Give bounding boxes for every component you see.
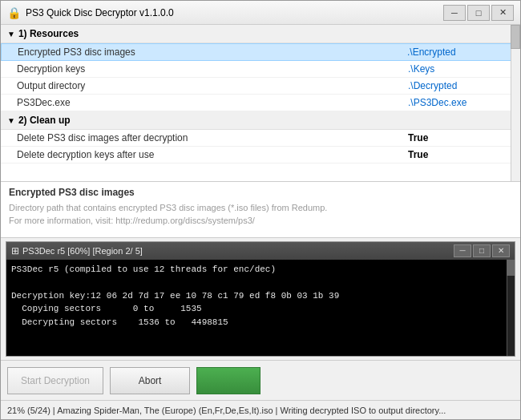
info-link: For more information, visit: http://redu… bbox=[9, 214, 512, 228]
title-bar-left: 🔒 PS3 Quick Disc Decryptor v1.1.0.0 bbox=[7, 6, 174, 19]
maximize-button[interactable]: □ bbox=[467, 5, 490, 21]
label-ps3dec: PS3Dec.exe bbox=[17, 97, 408, 108]
minimize-button[interactable]: ─ bbox=[443, 5, 466, 21]
label-delete-keys: Delete decryption keys after use bbox=[17, 149, 408, 160]
terminal-line-3: Decryption key:12 06 2d 7d 17 ee 10 78 c… bbox=[11, 289, 510, 303]
terminal-title: PS3Dec r5 [60%] [Region 2/ 5] bbox=[22, 246, 143, 256]
terminal-controls: ─ □ ✕ bbox=[454, 244, 510, 257]
status-text: 21% (5/24) | Amazing Spider-Man, The (Eu… bbox=[7, 406, 446, 415]
terminal-icon: ⊞ bbox=[11, 245, 19, 256]
terminal-scrollbar[interactable] bbox=[507, 260, 515, 356]
section1-label: 1) Resources bbox=[18, 28, 79, 39]
label-encrypted: Encrypted PS3 disc images bbox=[18, 46, 407, 58]
terminal-line-1: PS3Dec r5 (compiled to use 12 threads fo… bbox=[11, 263, 510, 277]
settings-row-encrypted[interactable]: Encrypted PS3 disc images .\Encrypted bbox=[1, 43, 520, 61]
scrollbar-thumb[interactable] bbox=[511, 25, 520, 49]
close-button[interactable]: ✕ bbox=[491, 5, 514, 21]
settings-row-delete-images[interactable]: Delete PS3 disc images after decryption … bbox=[1, 130, 520, 147]
label-delete-images: Delete PS3 disc images after decryption bbox=[17, 132, 408, 143]
settings-row-ps3dec[interactable]: PS3Dec.exe .\PS3Dec.exe bbox=[1, 95, 520, 111]
settings-row-keys[interactable]: Decryption keys .\Keys bbox=[1, 61, 520, 78]
terminal-content: PS3Dec r5 (compiled to use 12 threads fo… bbox=[6, 260, 515, 356]
value-delete-images: True bbox=[408, 132, 504, 143]
main-content: ▼ 1) Resources Encrypted PS3 disc images… bbox=[1, 25, 520, 400]
terminal-close-button[interactable]: ✕ bbox=[492, 244, 510, 257]
settings-panel: ▼ 1) Resources Encrypted PS3 disc images… bbox=[1, 25, 520, 182]
title-controls: ─ □ ✕ bbox=[443, 5, 514, 21]
abort-button[interactable]: Abort bbox=[110, 367, 190, 394]
chevron-section1[interactable]: ▼ bbox=[7, 30, 15, 38]
value-encrypted: .\Encrypted bbox=[407, 46, 503, 58]
terminal-title-bar: ⊞ PS3Dec r5 [60%] [Region 2/ 5] ─ □ ✕ bbox=[6, 242, 515, 260]
info-title: Encrypted PS3 disc images bbox=[9, 187, 512, 198]
terminal-minimize-button[interactable]: ─ bbox=[454, 244, 471, 257]
terminal-line-5: Decrypting sectors 1536 to 4498815 bbox=[11, 316, 510, 329]
value-delete-keys: True bbox=[408, 149, 504, 160]
label-output: Output directory bbox=[17, 80, 408, 91]
settings-row-delete-keys[interactable]: Delete decryption keys after use True bbox=[1, 147, 520, 164]
scrollbar-track[interactable] bbox=[511, 25, 520, 181]
section1-header[interactable]: ▼ 1) Resources bbox=[1, 25, 520, 43]
terminal-scroll-thumb[interactable] bbox=[507, 260, 515, 276]
value-output: .\Decrypted bbox=[408, 80, 504, 91]
terminal-line-2 bbox=[11, 276, 510, 289]
progress-button bbox=[196, 367, 260, 394]
window-title: PS3 Quick Disc Decryptor v1.1.0.0 bbox=[26, 7, 174, 18]
section2-label: 2) Clean up bbox=[18, 115, 71, 126]
terminal-title-left: ⊞ PS3Dec r5 [60%] [Region 2/ 5] bbox=[11, 245, 143, 256]
status-bar: 21% (5/24) | Amazing Spider-Man, The (Eu… bbox=[1, 400, 520, 419]
terminal-line-4: Copying sectors 0 to 1535 bbox=[11, 302, 510, 316]
start-decryption-button[interactable]: Start Decryption bbox=[7, 367, 103, 394]
settings-row-output[interactable]: Output directory .\Decrypted bbox=[1, 78, 520, 95]
app-icon: 🔒 bbox=[7, 6, 21, 19]
terminal-container: ⊞ PS3Dec r5 [60%] [Region 2/ 5] ─ □ ✕ PS… bbox=[6, 241, 515, 357]
title-bar: 🔒 PS3 Quick Disc Decryptor v1.1.0.0 ─ □ … bbox=[1, 1, 520, 25]
main-window: 🔒 PS3 Quick Disc Decryptor v1.1.0.0 ─ □ … bbox=[0, 0, 521, 420]
section2-header[interactable]: ▼ 2) Clean up bbox=[1, 111, 520, 130]
value-keys: .\Keys bbox=[408, 63, 504, 75]
label-keys: Decryption keys bbox=[17, 63, 408, 75]
info-panel: Encrypted PS3 disc images Directory path… bbox=[1, 182, 520, 238]
terminal-maximize-button[interactable]: □ bbox=[473, 244, 491, 257]
chevron-section2[interactable]: ▼ bbox=[7, 116, 15, 125]
info-description: Directory path that contains encrypted P… bbox=[9, 201, 512, 215]
button-bar: Start Decryption Abort bbox=[1, 360, 520, 400]
value-ps3dec: .\PS3Dec.exe bbox=[408, 97, 504, 108]
